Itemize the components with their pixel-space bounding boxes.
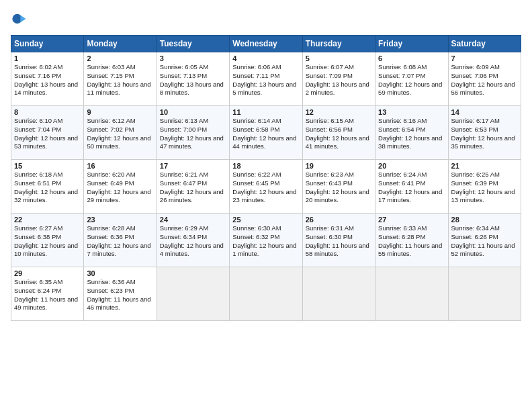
day-number: 27 xyxy=(378,216,445,224)
calendar-cell: 21Sunrise: 6:25 AMSunset: 6:39 PMDayligh… xyxy=(448,160,521,214)
cell-content: Sunrise: 6:15 AMSunset: 6:56 PMDaylight:… xyxy=(306,117,369,150)
calendar-cell xyxy=(230,267,302,321)
calendar-cell: 3Sunrise: 6:05 AMSunset: 7:13 PMDaylight… xyxy=(157,52,229,106)
cell-content: Sunrise: 6:13 AMSunset: 7:00 PMDaylight:… xyxy=(160,117,224,150)
calendar-cell: 23Sunrise: 6:28 AMSunset: 6:36 PMDayligh… xyxy=(84,214,157,267)
cell-content: Sunrise: 6:08 AMSunset: 7:07 PMDaylight:… xyxy=(378,63,442,96)
cell-content: Sunrise: 6:05 AMSunset: 7:13 PMDaylight:… xyxy=(160,63,224,96)
calendar-cell: 19Sunrise: 6:23 AMSunset: 6:43 PMDayligh… xyxy=(302,160,375,214)
day-number: 10 xyxy=(160,108,226,116)
calendar-cell xyxy=(302,267,375,321)
day-number: 15 xyxy=(14,162,81,170)
day-number: 30 xyxy=(87,269,153,277)
calendar-body: 1Sunrise: 6:02 AMSunset: 7:16 PMDaylight… xyxy=(11,52,521,321)
day-number: 19 xyxy=(306,162,372,170)
calendar-cell: 6Sunrise: 6:08 AMSunset: 7:07 PMDaylight… xyxy=(375,52,448,106)
calendar-cell: 26Sunrise: 6:31 AMSunset: 6:30 PMDayligh… xyxy=(302,214,375,267)
cell-content: Sunrise: 6:24 AMSunset: 6:41 PMDaylight:… xyxy=(378,171,442,203)
calendar-cell: 25Sunrise: 6:30 AMSunset: 6:32 PMDayligh… xyxy=(230,214,302,267)
dow-tuesday: Tuesday xyxy=(157,36,229,52)
logo-icon xyxy=(11,11,27,27)
cell-content: Sunrise: 6:30 AMSunset: 6:32 PMDaylight:… xyxy=(232,224,296,257)
calendar-cell: 14Sunrise: 6:17 AMSunset: 6:53 PMDayligh… xyxy=(448,106,521,160)
dow-monday: Monday xyxy=(84,36,157,52)
day-number: 12 xyxy=(306,108,372,116)
day-number: 1 xyxy=(14,54,81,62)
day-number: 24 xyxy=(160,216,226,224)
day-number: 5 xyxy=(306,54,372,62)
cell-content: Sunrise: 6:16 AMSunset: 6:54 PMDaylight:… xyxy=(378,117,442,150)
calendar-cell: 16Sunrise: 6:20 AMSunset: 6:49 PMDayligh… xyxy=(84,160,157,214)
cell-content: Sunrise: 6:29 AMSunset: 6:34 PMDaylight:… xyxy=(160,224,224,257)
calendar-cell xyxy=(375,267,448,321)
day-number: 29 xyxy=(14,269,81,277)
cell-content: Sunrise: 6:17 AMSunset: 6:53 PMDaylight:… xyxy=(451,117,515,150)
calendar-cell: 4Sunrise: 6:06 AMSunset: 7:11 PMDaylight… xyxy=(230,52,302,106)
dow-friday: Friday xyxy=(375,36,448,52)
week-row-2: 8Sunrise: 6:10 AMSunset: 7:04 PMDaylight… xyxy=(11,106,521,160)
day-number: 18 xyxy=(232,162,299,170)
day-number: 7 xyxy=(451,54,518,62)
day-number: 20 xyxy=(378,162,445,170)
day-number: 3 xyxy=(160,54,226,62)
cell-content: Sunrise: 6:33 AMSunset: 6:28 PMDaylight:… xyxy=(378,224,442,257)
calendar-cell: 11Sunrise: 6:14 AMSunset: 6:58 PMDayligh… xyxy=(230,106,302,160)
calendar-cell: 13Sunrise: 6:16 AMSunset: 6:54 PMDayligh… xyxy=(375,106,448,160)
day-number: 8 xyxy=(14,108,81,116)
day-number: 25 xyxy=(232,216,299,224)
day-number: 16 xyxy=(87,162,153,170)
cell-content: Sunrise: 6:31 AMSunset: 6:30 PMDaylight:… xyxy=(306,224,369,257)
day-number: 17 xyxy=(160,162,226,170)
calendar-cell: 30Sunrise: 6:36 AMSunset: 6:23 PMDayligh… xyxy=(84,267,157,321)
calendar-cell: 17Sunrise: 6:21 AMSunset: 6:47 PMDayligh… xyxy=(157,160,229,214)
calendar-cell: 15Sunrise: 6:18 AMSunset: 6:51 PMDayligh… xyxy=(11,160,84,214)
calendar-cell: 28Sunrise: 6:34 AMSunset: 6:26 PMDayligh… xyxy=(448,214,521,267)
dow-thursday: Thursday xyxy=(302,36,375,52)
cell-content: Sunrise: 6:06 AMSunset: 7:11 PMDaylight:… xyxy=(232,63,296,96)
cell-content: Sunrise: 6:34 AMSunset: 6:26 PMDaylight:… xyxy=(451,224,515,257)
cell-content: Sunrise: 6:36 AMSunset: 6:23 PMDaylight:… xyxy=(87,278,150,311)
cell-content: Sunrise: 6:03 AMSunset: 7:15 PMDaylight:… xyxy=(87,63,150,96)
dow-wednesday: Wednesday xyxy=(230,36,302,52)
cell-content: Sunrise: 6:12 AMSunset: 7:02 PMDaylight:… xyxy=(87,117,150,150)
day-number: 26 xyxy=(306,216,372,224)
week-row-1: 1Sunrise: 6:02 AMSunset: 7:16 PMDaylight… xyxy=(11,52,521,106)
cell-content: Sunrise: 6:27 AMSunset: 6:38 PMDaylight:… xyxy=(14,224,78,257)
days-of-week-header: SundayMondayTuesdayWednesdayThursdayFrid… xyxy=(11,36,521,52)
cell-content: Sunrise: 6:23 AMSunset: 6:43 PMDaylight:… xyxy=(306,171,369,203)
page-header xyxy=(11,11,521,27)
calendar-cell xyxy=(448,267,521,321)
day-number: 2 xyxy=(87,54,153,62)
week-row-5: 29Sunrise: 6:35 AMSunset: 6:24 PMDayligh… xyxy=(11,267,521,321)
calendar-cell: 2Sunrise: 6:03 AMSunset: 7:15 PMDaylight… xyxy=(84,52,157,106)
calendar-table: SundayMondayTuesdayWednesdayThursdayFrid… xyxy=(11,35,521,321)
calendar-cell: 12Sunrise: 6:15 AMSunset: 6:56 PMDayligh… xyxy=(302,106,375,160)
cell-content: Sunrise: 6:35 AMSunset: 6:24 PMDaylight:… xyxy=(14,278,78,311)
day-number: 13 xyxy=(378,108,445,116)
calendar-cell: 8Sunrise: 6:10 AMSunset: 7:04 PMDaylight… xyxy=(11,106,84,160)
dow-sunday: Sunday xyxy=(11,36,84,52)
svg-marker-1 xyxy=(20,15,26,22)
week-row-3: 15Sunrise: 6:18 AMSunset: 6:51 PMDayligh… xyxy=(11,160,521,214)
week-row-4: 22Sunrise: 6:27 AMSunset: 6:38 PMDayligh… xyxy=(11,214,521,267)
calendar-cell: 27Sunrise: 6:33 AMSunset: 6:28 PMDayligh… xyxy=(375,214,448,267)
calendar-cell xyxy=(157,267,229,321)
calendar-cell: 10Sunrise: 6:13 AMSunset: 7:00 PMDayligh… xyxy=(157,106,229,160)
cell-content: Sunrise: 6:07 AMSunset: 7:09 PMDaylight:… xyxy=(306,63,369,96)
calendar-cell: 5Sunrise: 6:07 AMSunset: 7:09 PMDaylight… xyxy=(302,52,375,106)
day-number: 14 xyxy=(451,108,518,116)
cell-content: Sunrise: 6:21 AMSunset: 6:47 PMDaylight:… xyxy=(160,171,224,203)
cell-content: Sunrise: 6:25 AMSunset: 6:39 PMDaylight:… xyxy=(451,171,515,203)
day-number: 4 xyxy=(232,54,299,62)
calendar-cell: 20Sunrise: 6:24 AMSunset: 6:41 PMDayligh… xyxy=(375,160,448,214)
calendar-cell: 9Sunrise: 6:12 AMSunset: 7:02 PMDaylight… xyxy=(84,106,157,160)
calendar-cell: 1Sunrise: 6:02 AMSunset: 7:16 PMDaylight… xyxy=(11,52,84,106)
cell-content: Sunrise: 6:14 AMSunset: 6:58 PMDaylight:… xyxy=(232,117,296,150)
calendar-cell: 22Sunrise: 6:27 AMSunset: 6:38 PMDayligh… xyxy=(11,214,84,267)
calendar-cell: 29Sunrise: 6:35 AMSunset: 6:24 PMDayligh… xyxy=(11,267,84,321)
day-number: 6 xyxy=(378,54,445,62)
day-number: 11 xyxy=(232,108,299,116)
calendar-cell: 7Sunrise: 6:09 AMSunset: 7:06 PMDaylight… xyxy=(448,52,521,106)
cell-content: Sunrise: 6:02 AMSunset: 7:16 PMDaylight:… xyxy=(14,63,78,96)
cell-content: Sunrise: 6:20 AMSunset: 6:49 PMDaylight:… xyxy=(87,171,150,203)
